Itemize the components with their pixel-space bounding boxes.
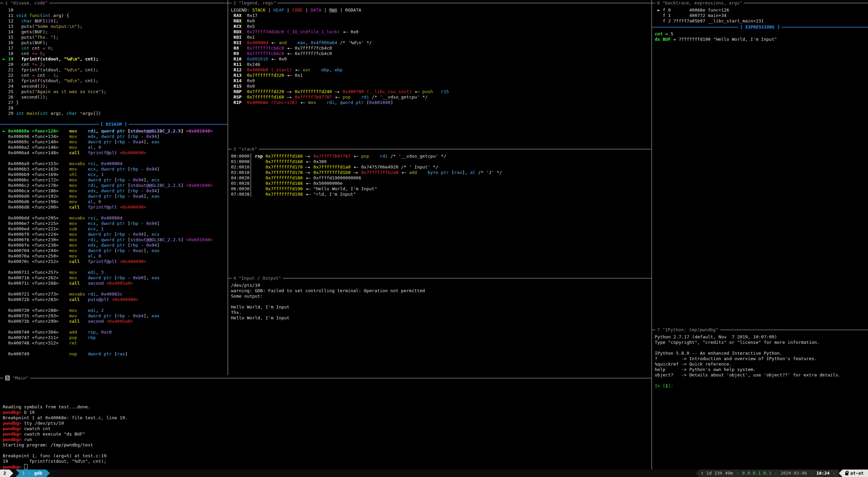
pane-input-output[interactable]: 4 "Input / Output" /dev/pts/10warning: G… [228, 275, 651, 375]
active-pane-index: 1 [19, 471, 27, 476]
pane-title-text: "Input / Output" [236, 276, 281, 281]
pane-legend-regs[interactable]: 2 "legend, regs" LEGEND: STACK | HEAP | … [228, 0, 651, 146]
uptime-indicator: ↑ 1d 23h 49m [700, 471, 733, 476]
line: Breakpoint 1 at 0x40068e: file test.c, l… [3, 415, 128, 421]
pane-number: 7 [657, 327, 660, 332]
line: RIP 0x40068e (func+126) ◂— mov rdi, qwor… [231, 100, 449, 105]
line: f 1 400772 main+34 [655, 13, 764, 18]
pane-ipython[interactable]: 7 "IPython: tmp/pwndbg" Python 2.7.17 (d… [652, 327, 868, 470]
tmux-terminal-screen: 1 "disasm, code" 10 11 void func(int arg… [0, 0, 868, 477]
line: 00:0000│ rsp 0x7fffffffd160 —▸ 0x7ffff7b… [231, 154, 502, 159]
line: 0x40070a <func+250> mov al, 0 [3, 253, 213, 259]
line [3, 324, 213, 330]
pane-disasm-code-header: 1 "disasm, code" [0, 0, 228, 6]
line: 07:0038│ 0x7fffffffd198 ◂— "rld, I'm Inp… [231, 192, 502, 197]
load-average: 0.0 0.1 0.1 [742, 471, 771, 476]
window-index-segment[interactable]: 2 [0, 470, 10, 477]
pane-stack-header: 3 "stack" [228, 146, 651, 152]
pane-title-text: "stack" [236, 146, 257, 152]
pane-backtrace-header: 6 "backtrace, expressions, args" [652, 0, 868, 6]
chevron-left-icon: ‹ [771, 471, 780, 476]
pane-legend-regs-header: 2 "legend, regs" [228, 0, 651, 6]
gdb-console-lines[interactable]: Reading symbols from test...done.pwndbg>… [3, 383, 128, 470]
line: 25 puts("Again as it was so nice"); [3, 89, 106, 94]
line: 11 void func(int arg) { [3, 13, 106, 18]
line: 02:0010│ 0x7fffffffd170 —▸ 0x7fffffffd1a… [231, 164, 502, 170]
line: R8 0x7ffff7fcb4c0 ◂— 0x7ffff7fcb4c0 [231, 46, 449, 51]
line: 0x40073b <func+299> call second <0x4005a… [3, 319, 213, 324]
line [3, 448, 128, 453]
pane-title-text: "Main" [10, 375, 29, 381]
line: 04:0020│ 0x7fffffffd180 ◂— 0xffffd190000… [231, 175, 502, 181]
line: 0x400749 nop dword ptr [rax] [3, 351, 213, 357]
line: 0x4006d0 <func+192> mov dword ptr [rbp -… [3, 194, 213, 199]
line: 0x4006c2 <func+178> mov rdi, qword ptr [… [3, 183, 213, 188]
pane-disasm-code[interactable]: 1 "disasm, code" 10 11 void func(int arg… [0, 0, 228, 375]
line: ► 0x40068e <func+126> mov rdi, qword ptr… [3, 128, 213, 134]
pane-backtrace-expressions[interactable]: 6 "backtrace, expressions, args" ► f 0 4… [652, 0, 868, 327]
pane-title: 2 "legend, regs" [232, 0, 277, 6]
line: 10 [3, 7, 106, 13]
line: 06:0030│ 0x7fffffffd190 ◂— "Hello World,… [231, 186, 502, 192]
pane-number: 2 [233, 0, 236, 5]
line: 16 puts(BUF); [3, 40, 106, 46]
line: RSP 0x7fffffffd160 —▸ 0x7ffff7b97787 ◂— … [231, 94, 449, 100]
pane-number: 6 [657, 0, 660, 5]
pane-title-text: "disasm, code" [8, 0, 48, 5]
line: 0x400747 <func+311> pop rbp [3, 335, 213, 340]
pane-number: 1 [5, 0, 8, 5]
line: 0x40070c <func+252> call fprintf@plt <0x… [3, 259, 213, 264]
pane-title-text: "backtrace, expressions, args" [660, 0, 742, 5]
line: %quickref -> Quick reference. [655, 361, 841, 367]
line [231, 299, 425, 304]
line: 0x4006dd <func+205> movabs rsi, 0x40080d [3, 215, 213, 221]
pane-title: 1 "disasm, code" [3, 0, 49, 6]
line: 0x4006ed <func+221> sub ecx, 1 [3, 226, 213, 232]
line: pwndbg> cwatch cnt [3, 426, 128, 431]
line: help -> Python's own help system. [655, 367, 841, 372]
chevron-left-icon: ‹ [733, 471, 742, 476]
line [3, 302, 213, 308]
chevron-right-icon: › [27, 471, 31, 476]
disasm-separator: [ DISASM ] [0, 122, 228, 127]
ipython-console-lines[interactable]: Python 2.7.17 (default, Nov 7 2019, 10:0… [655, 334, 841, 389]
line: 0x4006f0 <func+224> mov dword ptr [rbp -… [3, 232, 213, 237]
active-window-name[interactable]: gdb [31, 471, 46, 476]
line: cnt = 5 [655, 31, 777, 37]
pane-stack[interactable]: 3 "stack" 00:0000│ rsp 0x7fffffffd160 —▸… [228, 146, 651, 275]
pane-input-output-header: 4 "Input / Output" [228, 275, 651, 281]
line: 19 fprintf(stdout, "%d\n", cnt); [3, 459, 128, 464]
line [3, 264, 213, 270]
line: Reading symbols from test...done. [3, 404, 128, 410]
status-date: 2020-03-06 [780, 471, 807, 476]
pane-main-console[interactable]: 5 "Main" Reading symbols from test...don… [0, 375, 651, 470]
line: 13 puts("Some output:\n"); [3, 24, 106, 29]
line: R14 0x0 [231, 78, 449, 84]
line: 15 puts("Thx. "); [3, 35, 106, 40]
pane-number-active: 5 [5, 375, 10, 381]
line: 0x40072b <func+283> call puts@plt <0x400… [3, 297, 213, 302]
line: 0x400748 <func+312> ret [3, 340, 213, 346]
line: R12 0x4004b0 (_start) ◂— xor ebp, ebp [231, 67, 449, 73]
line: R13 0x7fffffffd320 ◂— 0x1 [231, 73, 449, 78]
status-clock: 10:24 [816, 471, 830, 476]
program-output-lines: /dev/pts/10warning: GDB: Failed to set c… [231, 283, 425, 321]
line: 14 gets(BUF); [3, 29, 106, 35]
line [3, 210, 213, 215]
line [3, 346, 213, 351]
line [3, 286, 213, 292]
line: 0x4006b9 <func+169> shl ecx, 1 [3, 172, 213, 177]
registers-lines: LEGEND: STACK | HEAP | CODE | DATA | RWX… [231, 7, 449, 105]
line: 0x4006f6 <func+230> mov rdi, qword ptr [… [3, 237, 213, 243]
powerline-arrow-left-icon [839, 470, 843, 477]
pane-number: 3 [233, 146, 236, 152]
powerline-arrow-icon [46, 470, 50, 477]
active-window-segment[interactable]: 1 › gdb [16, 470, 46, 477]
line: object? -> Details about 'object', use '… [655, 372, 841, 378]
line: RSI 0x40080d ◂— and eax, 0x4f000a64 /* '… [231, 40, 449, 46]
line: 20 cnt *= 2; [3, 62, 106, 67]
line [3, 383, 128, 388]
line: 0x4006a4 <func+148> call fprintf@plt <0x… [3, 150, 213, 156]
line: Some output: [231, 294, 425, 299]
line: 0x4006e7 <func+215> mov ecx, dword ptr [… [3, 221, 213, 226]
